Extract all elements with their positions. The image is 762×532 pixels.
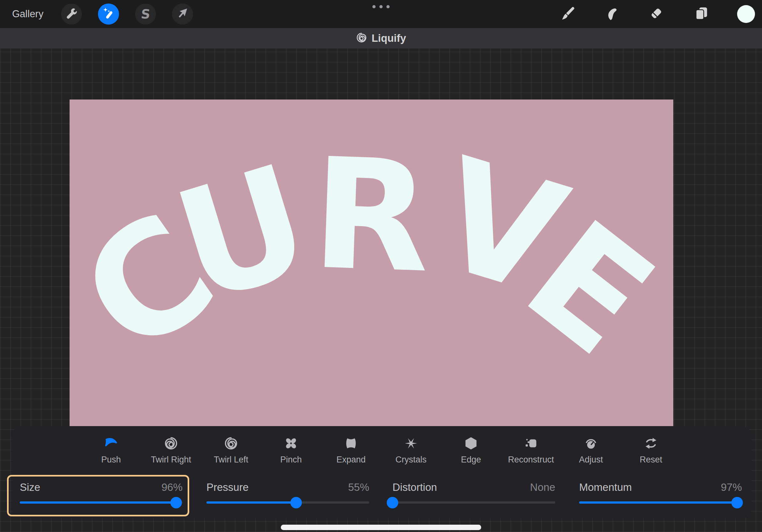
smudge-icon bbox=[605, 6, 620, 22]
liquify-title: Liquify bbox=[371, 32, 406, 44]
selection-s-icon: S bbox=[140, 7, 151, 21]
mode-label: Reset bbox=[640, 455, 662, 465]
artwork-canvas[interactable]: CURVE bbox=[70, 100, 673, 475]
brush-icon bbox=[561, 6, 575, 22]
edge-icon bbox=[464, 434, 478, 453]
mode-crystals[interactable]: Crystals bbox=[381, 434, 441, 465]
liquify-modes-row: Push Twirl Right Twirl Left bbox=[81, 434, 681, 465]
mode-label: Adjust bbox=[579, 455, 603, 465]
slider-track[interactable] bbox=[579, 501, 742, 503]
reconstruct-icon bbox=[524, 434, 538, 453]
mode-twirl-left[interactable]: Twirl Left bbox=[201, 434, 261, 465]
mode-edge[interactable]: Edge bbox=[441, 434, 501, 465]
layers-icon bbox=[694, 6, 709, 22]
mode-adjust[interactable]: Adjust bbox=[561, 434, 621, 465]
transform-arrow-icon bbox=[176, 7, 189, 21]
mode-expand[interactable]: Expand bbox=[321, 434, 381, 465]
mode-label: Push bbox=[101, 455, 121, 465]
canvas-letter: U bbox=[184, 216, 302, 252]
mode-reset[interactable]: Reset bbox=[621, 434, 681, 465]
adjust-icon bbox=[584, 434, 598, 453]
top-toolbar: Gallery S bbox=[0, 0, 762, 28]
pressure-slider[interactable]: Pressure 55% bbox=[206, 481, 369, 503]
mode-pinch[interactable]: Pinch bbox=[261, 434, 321, 465]
pinch-icon bbox=[284, 434, 298, 453]
liquify-title-bar: Liquify bbox=[0, 28, 762, 48]
mode-twirl-right[interactable]: Twirl Right bbox=[141, 434, 201, 465]
gallery-button[interactable]: Gallery bbox=[12, 0, 43, 28]
mode-label: Reconstruct bbox=[508, 455, 554, 465]
slider-fill bbox=[206, 501, 296, 503]
canvas-letter: C bbox=[103, 252, 194, 316]
slider-label: Distortion bbox=[393, 481, 437, 494]
slider-knob[interactable] bbox=[731, 497, 743, 508]
slider-track[interactable] bbox=[393, 501, 555, 503]
mode-label: Pinch bbox=[280, 455, 302, 465]
magic-wand-icon bbox=[102, 7, 115, 21]
slider-value: None bbox=[530, 481, 555, 494]
home-indicator[interactable] bbox=[281, 525, 481, 530]
twirl-right-icon bbox=[164, 434, 178, 453]
expand-icon bbox=[344, 434, 358, 453]
push-icon bbox=[104, 434, 118, 453]
mode-label: Edge bbox=[461, 455, 481, 465]
canvas-letter: E bbox=[549, 257, 630, 320]
canvas-letters: CURVE bbox=[70, 100, 673, 475]
slider-knob[interactable] bbox=[387, 497, 398, 508]
slider-label: Momentum bbox=[579, 481, 632, 494]
wrench-icon bbox=[65, 7, 78, 21]
highlight-box bbox=[7, 475, 189, 516]
reset-icon bbox=[644, 434, 658, 453]
momentum-slider[interactable]: Momentum 97% bbox=[579, 481, 742, 503]
smudge-tool-button[interactable] bbox=[605, 7, 620, 21]
brush-tool-button[interactable] bbox=[561, 7, 575, 21]
slider-value: 97% bbox=[721, 481, 742, 494]
liquify-spiral-icon bbox=[356, 32, 367, 45]
procreate-liquify-screen: Gallery S bbox=[0, 0, 762, 532]
crystals-icon bbox=[404, 434, 418, 453]
distortion-slider[interactable]: Distortion None bbox=[393, 481, 555, 503]
mode-reconstruct[interactable]: Reconstruct bbox=[501, 434, 561, 465]
mode-label: Twirl Right bbox=[151, 455, 191, 465]
canvas-letter: V bbox=[444, 210, 557, 244]
mode-push[interactable]: Push bbox=[81, 434, 141, 465]
eraser-tool-button[interactable] bbox=[649, 7, 664, 21]
eraser-icon bbox=[649, 6, 664, 22]
slider-fill bbox=[579, 501, 737, 503]
slider-label: Pressure bbox=[206, 481, 249, 494]
slider-value: 55% bbox=[348, 481, 369, 494]
mode-label: Crystals bbox=[395, 455, 426, 465]
slider-track[interactable] bbox=[206, 501, 369, 503]
more-options-handle[interactable] bbox=[0, 5, 762, 8]
active-color-swatch[interactable] bbox=[737, 5, 755, 23]
slider-knob[interactable] bbox=[290, 497, 302, 508]
mode-label: Expand bbox=[336, 455, 366, 465]
twirl-left-icon bbox=[224, 434, 238, 453]
mode-label: Twirl Left bbox=[214, 455, 248, 465]
layers-button[interactable] bbox=[694, 7, 709, 21]
canvas-letter: R bbox=[312, 214, 430, 218]
